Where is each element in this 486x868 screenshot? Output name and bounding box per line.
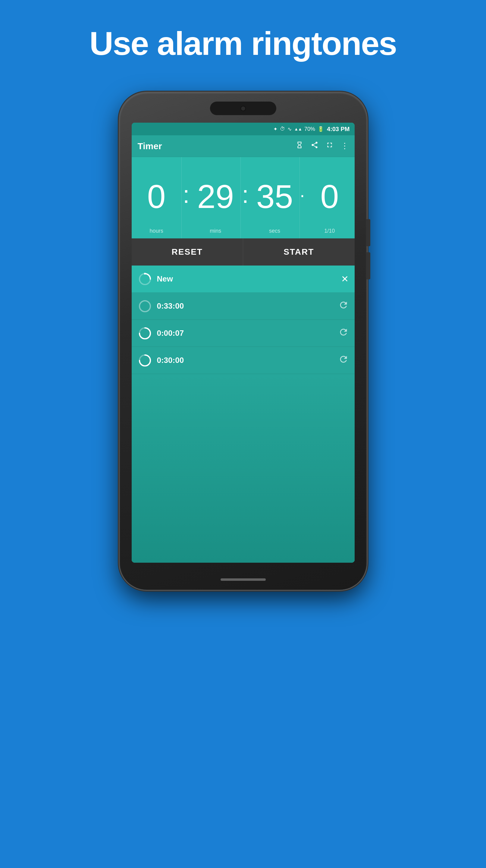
wifi-icon: ∿ [287, 126, 292, 132]
page-title: Use alarm ringtones [0, 24, 486, 62]
seconds-label: secs [269, 228, 280, 234]
tenths-value: 0 [320, 180, 339, 213]
phone-mockup: ✦ ⏱ ∿ ▲▲ 70% 🔋 4:03 PM Timer [120, 93, 367, 590]
share-icon[interactable] [311, 141, 319, 151]
minutes-value: 29 [197, 180, 234, 213]
timer-1-label: 0:33:00 [157, 301, 338, 311]
control-buttons: RESET START [132, 239, 355, 266]
timer-1-icon [138, 299, 152, 313]
timer-3-icon [138, 353, 152, 368]
colon-separator-2: : [241, 157, 250, 239]
fraction-label: 1/10 [324, 228, 335, 234]
camera-notch [210, 101, 276, 115]
toolbar-icons: ⋮ [296, 141, 349, 151]
app-title: Timer [138, 141, 296, 151]
list-fade-area [132, 374, 355, 563]
signal-icon: ▲▲ [294, 127, 302, 131]
timer-2-refresh-icon[interactable] [338, 327, 349, 340]
timer-2-label: 0:00:07 [157, 329, 338, 338]
tenths-segment[interactable]: 0 1/10 [304, 157, 354, 239]
alarm-icon: ⏱ [280, 126, 285, 132]
svg-point-2 [139, 301, 150, 312]
start-button[interactable]: START [243, 239, 355, 266]
timer-3-label: 0:30:00 [157, 355, 338, 365]
timer-new-label: New [157, 274, 341, 284]
reset-button[interactable]: RESET [132, 239, 244, 266]
minutes-segment[interactable]: 29 mins [191, 157, 241, 239]
timer-1-refresh-icon[interactable] [338, 300, 349, 313]
volume-down-button[interactable] [366, 252, 370, 279]
timer-new-icon [138, 272, 152, 286]
hourglass-icon[interactable] [296, 141, 303, 151]
timer-close-button[interactable]: ✕ [341, 274, 349, 284]
hours-value: 0 [147, 180, 166, 213]
timer-list-item-new[interactable]: New ✕ [132, 266, 355, 293]
status-icons: ✦ ⏱ ∿ ▲▲ 70% 🔋 [273, 126, 324, 132]
battery-indicator: 70% [304, 126, 315, 132]
phone-screen: ✦ ⏱ ∿ ▲▲ 70% 🔋 4:03 PM Timer [132, 123, 355, 563]
timer-list-item-3[interactable]: 0:30:00 [132, 347, 355, 374]
battery-icon: 🔋 [318, 126, 324, 132]
dot-separator: · [300, 157, 304, 239]
home-indicator[interactable] [221, 578, 266, 581]
timer-list-item-2[interactable]: 0:00:07 [132, 320, 355, 347]
hours-segment[interactable]: 0 hours [132, 157, 182, 239]
expand-icon[interactable] [326, 141, 333, 151]
seconds-value: 35 [256, 180, 293, 213]
hours-label: hours [150, 228, 163, 234]
seconds-segment[interactable]: 35 secs [250, 157, 300, 239]
timer-display: 0 hours : 29 mins : 35 secs · 0 1/10 [132, 157, 355, 239]
timer-list-item-1[interactable]: 0:33:00 [132, 293, 355, 320]
status-bar: ✦ ⏱ ∿ ▲▲ 70% 🔋 4:03 PM [132, 123, 355, 135]
more-icon[interactable]: ⋮ [341, 141, 349, 151]
svg-point-1 [144, 273, 146, 275]
camera-lens [240, 106, 246, 111]
status-time: 4:03 PM [327, 126, 350, 133]
timer-2-icon [138, 326, 152, 341]
minutes-label: mins [210, 228, 221, 234]
timer-3-refresh-icon[interactable] [338, 354, 349, 367]
volume-up-button[interactable] [366, 219, 370, 246]
colon-separator-1: : [182, 157, 191, 239]
timer-list: New ✕ 0:33:00 [132, 266, 355, 563]
bluetooth-icon: ✦ [273, 126, 278, 132]
app-toolbar: Timer [132, 135, 355, 157]
